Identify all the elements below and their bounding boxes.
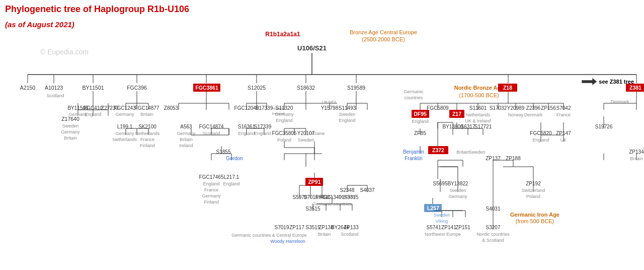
page-title: Phylogenetic tree of Haplogroup R1b-U106 (5, 4, 189, 15)
copyright: © Eupedia.com (40, 48, 89, 56)
arrow-icon (582, 78, 597, 85)
page-subtitle: (as of August 2021) (5, 20, 74, 29)
z381-arrow-label: see Z381 tree (582, 78, 634, 85)
z381-label: see Z381 tree (599, 79, 634, 85)
page-content: Phylogenetic tree of Haplogroup R1b-U106… (0, 0, 644, 270)
